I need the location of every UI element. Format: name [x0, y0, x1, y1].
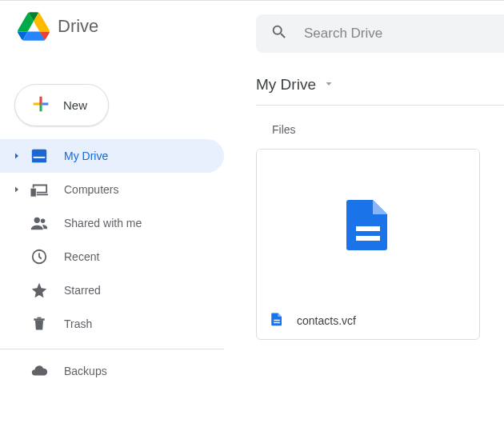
new-button[interactable]: New [14, 84, 109, 126]
svg-rect-10 [274, 322, 280, 324]
section-files-label: Files [272, 123, 504, 136]
sidebar-item-starred[interactable]: Starred [0, 273, 224, 307]
search-input[interactable] [304, 26, 464, 42]
app-title: Drive [58, 16, 98, 37]
svg-rect-8 [356, 236, 380, 241]
breadcrumb-current: My Drive [256, 76, 316, 94]
svg-rect-3 [30, 188, 36, 197]
sidebar-item-shared[interactable]: Shared with me [0, 206, 224, 240]
sidebar-item-label: Shared with me [64, 217, 142, 229]
svg-rect-1 [34, 157, 46, 158]
file-name: contacts.vcf [297, 314, 356, 327]
divider [0, 349, 224, 349]
svg-rect-7 [356, 226, 380, 231]
chevron-right-icon[interactable] [10, 151, 24, 161]
chevron-down-icon [324, 78, 334, 92]
my-drive-icon [29, 146, 50, 166]
search-bar[interactable] [256, 14, 504, 53]
sidebar: New My Drive [0, 52, 232, 435]
svg-point-5 [41, 219, 46, 224]
drive-logo-icon [18, 10, 50, 42]
sidebar-item-recent[interactable]: Recent [0, 240, 224, 273]
svg-point-4 [34, 218, 40, 223]
sidebar-item-label: Starred [64, 284, 101, 297]
sidebar-item-computers[interactable]: Computers [0, 173, 224, 206]
new-button-label: New [63, 98, 87, 112]
divider [256, 105, 504, 106]
sidebar-item-label: My Drive [64, 150, 108, 162]
svg-rect-9 [274, 320, 280, 321]
cloud-icon [29, 361, 50, 381]
sidebar-item-trash[interactable]: Trash [0, 307, 224, 341]
chevron-right-icon[interactable] [10, 185, 24, 194]
trash-icon [29, 313, 50, 334]
svg-rect-0 [32, 150, 46, 161]
star-icon [29, 280, 50, 301]
people-icon [29, 213, 50, 233]
breadcrumb[interactable]: My Drive [256, 76, 504, 94]
plus-icon [30, 93, 52, 118]
sidebar-item-label: Computers [64, 183, 118, 196]
sidebar-item-label: Trash [64, 317, 92, 330]
sidebar-item-backups[interactable]: Backups [0, 354, 224, 388]
file-icon [339, 192, 397, 259]
computers-icon [29, 179, 50, 200]
clock-icon [29, 246, 50, 267]
main-content: My Drive Files [232, 52, 504, 435]
sidebar-item-label: Backups [64, 365, 107, 377]
svg-rect-2 [32, 160, 46, 163]
sidebar-item-my-drive[interactable]: My Drive [0, 139, 224, 173]
file-type-icon [270, 312, 284, 329]
file-card[interactable]: contacts.vcf [256, 149, 480, 340]
file-footer: contacts.vcf [257, 301, 479, 339]
sidebar-item-label: Recent [64, 250, 99, 263]
search-icon [270, 23, 288, 44]
file-preview [257, 150, 479, 301]
